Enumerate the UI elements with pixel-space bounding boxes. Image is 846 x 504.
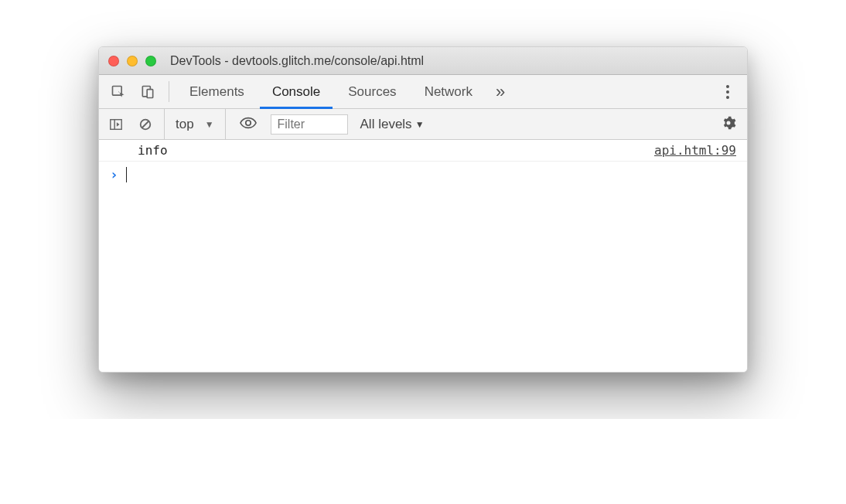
log-levels-selector[interactable]: All levels ▼ — [356, 117, 429, 132]
tab-console[interactable]: Console — [260, 75, 333, 108]
svg-rect-6 — [111, 119, 121, 129]
devtools-window: DevTools - devtools.glitch.me/console/ap… — [98, 46, 748, 373]
window-title: DevTools - devtools.glitch.me/console/ap… — [170, 54, 424, 68]
context-selector[interactable]: top ▼ — [164, 109, 226, 139]
prompt-caret-icon: › — [110, 166, 118, 182]
inspect-element-icon[interactable] — [105, 75, 131, 108]
svg-point-3 — [726, 85, 729, 88]
fullscreen-window-button[interactable] — [145, 56, 156, 66]
clear-console-icon[interactable] — [135, 117, 156, 131]
log-entry: info api.html:99 — [99, 140, 747, 162]
text-cursor — [126, 167, 128, 182]
svg-rect-2 — [147, 89, 153, 97]
chevron-down-icon: ▼ — [199, 119, 220, 130]
console-prompt[interactable]: › — [99, 162, 747, 187]
context-value: top — [169, 117, 199, 132]
tab-bar: Elements Console Sources Network » — [99, 75, 747, 109]
minimize-window-button[interactable] — [127, 56, 138, 66]
svg-point-5 — [726, 96, 729, 99]
chevron-down-icon: ▼ — [415, 119, 425, 130]
log-source-link[interactable]: api.html:99 — [654, 143, 736, 158]
console-toolbar: top ▼ All levels ▼ — [99, 109, 747, 140]
titlebar: DevTools - devtools.glitch.me/console/ap… — [99, 47, 747, 75]
tabs-overflow-button[interactable]: » — [488, 75, 513, 108]
levels-label: All levels — [360, 117, 412, 132]
tab-sources[interactable]: Sources — [336, 75, 408, 108]
device-toggle-icon[interactable] — [135, 75, 161, 108]
window-controls — [108, 56, 156, 66]
settings-gear-icon[interactable] — [716, 115, 741, 134]
tab-elements[interactable]: Elements — [177, 75, 257, 108]
kebab-menu-icon[interactable] — [715, 75, 741, 108]
toggle-drawer-icon[interactable] — [105, 117, 127, 131]
log-message: info — [138, 143, 168, 158]
divider — [169, 81, 169, 102]
close-window-button[interactable] — [108, 56, 119, 66]
svg-point-4 — [726, 90, 729, 94]
svg-line-9 — [142, 121, 149, 128]
tab-network[interactable]: Network — [412, 75, 485, 108]
console-output: info api.html:99 › — [99, 140, 747, 372]
filter-input[interactable] — [271, 114, 348, 135]
svg-point-11 — [727, 121, 731, 124]
live-expression-icon[interactable] — [234, 117, 263, 132]
svg-point-10 — [245, 120, 250, 124]
